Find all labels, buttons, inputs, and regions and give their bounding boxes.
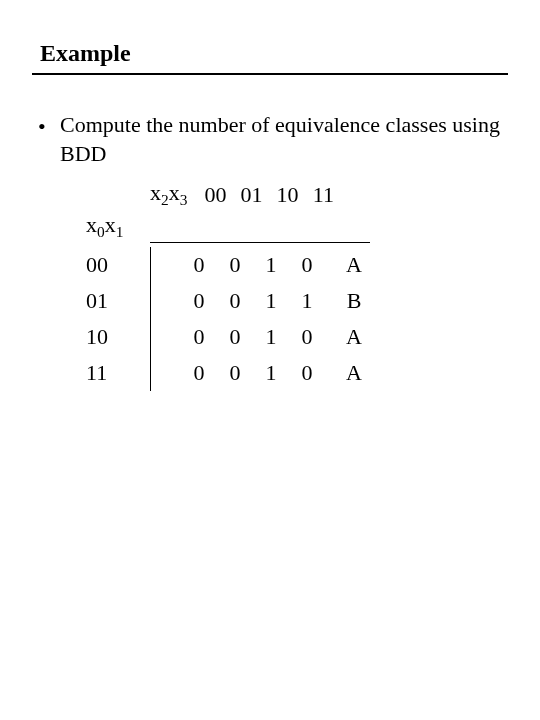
- vertical-rule: [150, 283, 151, 319]
- row-variable-label: x0x1: [86, 212, 150, 238]
- table-row: 10 0 0 1 0 A: [86, 319, 508, 355]
- slide-title: Example: [40, 40, 508, 67]
- cell: 0: [289, 252, 325, 278]
- class-label: A: [339, 360, 369, 386]
- cell: 0: [217, 360, 253, 386]
- row-header: 01: [86, 288, 150, 314]
- cell: 0: [289, 324, 325, 350]
- cell: 1: [253, 324, 289, 350]
- cell: 0: [217, 288, 253, 314]
- cell: 1: [253, 288, 289, 314]
- vertical-rule: [150, 355, 151, 391]
- class-label: A: [339, 252, 369, 278]
- cell: 1: [253, 252, 289, 278]
- cell: 0: [181, 360, 217, 386]
- vertical-rule: [150, 247, 151, 283]
- cell: 0: [217, 324, 253, 350]
- cell: 0: [289, 360, 325, 386]
- cell: 0: [181, 252, 217, 278]
- class-label: A: [339, 324, 369, 350]
- cell: 0: [217, 252, 253, 278]
- bullet-dot: •: [38, 111, 60, 168]
- title-underline: [32, 73, 508, 75]
- row-header: 10: [86, 324, 150, 350]
- class-label: B: [339, 288, 369, 314]
- truth-table: x2x3 00 01 10 11 x0x1 00 0 0 1 0 A 01 0 …: [86, 180, 508, 391]
- cell: 1: [253, 360, 289, 386]
- bullet-text: Compute the number of equivalence classe…: [60, 111, 508, 168]
- row-header: 11: [86, 360, 150, 386]
- col-header: 01: [233, 182, 269, 208]
- table-row: 00 0 0 1 0 A: [86, 247, 508, 283]
- table-row: 11 0 0 1 0 A: [86, 355, 508, 391]
- header-rule: [150, 242, 370, 243]
- col-header: 11: [305, 182, 341, 208]
- table-row: 01 0 0 1 1 B: [86, 283, 508, 319]
- row-header: 00: [86, 252, 150, 278]
- col-header: 10: [269, 182, 305, 208]
- vertical-rule: [150, 319, 151, 355]
- col-variable-label: x2x3: [150, 180, 187, 208]
- column-header-row: x2x3 00 01 10 11: [86, 180, 508, 208]
- col-header: 00: [197, 182, 233, 208]
- bullet-item: • Compute the number of equivalence clas…: [38, 111, 508, 168]
- slide: Example • Compute the number of equivale…: [0, 0, 540, 391]
- cell: 0: [181, 324, 217, 350]
- cell: 0: [181, 288, 217, 314]
- cell: 1: [289, 288, 325, 314]
